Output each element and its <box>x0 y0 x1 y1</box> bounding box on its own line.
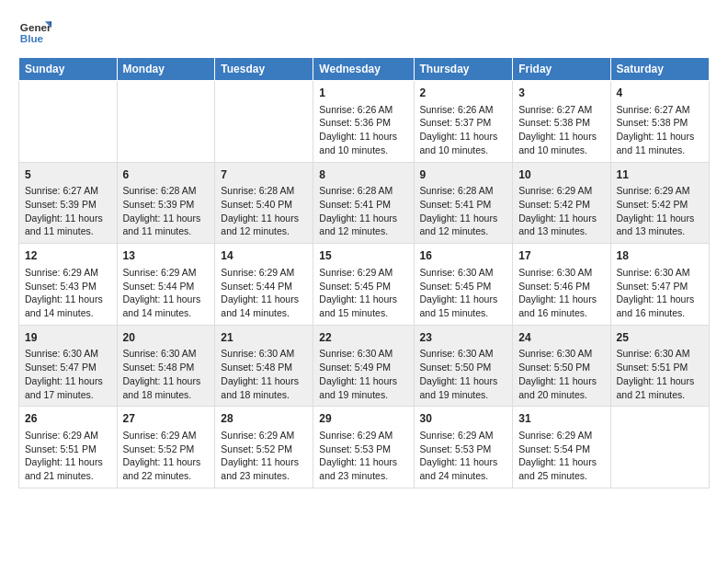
calendar-cell: 19Sunrise: 6:30 AMSunset: 5:47 PMDayligh… <box>19 325 118 407</box>
calendar-cell: 28Sunrise: 6:29 AMSunset: 5:52 PMDayligh… <box>215 407 313 488</box>
calendar-cell: 18Sunrise: 6:30 AMSunset: 5:47 PMDayligh… <box>610 244 709 326</box>
calendar-cell <box>610 407 709 488</box>
sunrise-text: Sunrise: 6:29 AM <box>123 430 197 441</box>
sunrise-text: Sunrise: 6:30 AM <box>25 348 98 359</box>
calendar-week-row: 5Sunrise: 6:27 AMSunset: 5:39 PMDaylight… <box>19 162 710 244</box>
daylight-text: Daylight: 11 hours and 12 minutes. <box>221 213 299 237</box>
calendar-cell: 17Sunrise: 6:30 AMSunset: 5:46 PMDayligh… <box>513 244 610 326</box>
sunset-text: Sunset: 5:48 PM <box>123 362 195 373</box>
daylight-text: Daylight: 11 hours and 10 minutes. <box>518 131 597 155</box>
sunset-text: Sunset: 5:47 PM <box>25 362 97 373</box>
daylight-text: Daylight: 11 hours and 11 minutes. <box>25 213 103 237</box>
weekday-header-friday: Friday <box>513 58 610 81</box>
daylight-text: Daylight: 11 hours and 12 minutes. <box>420 213 498 237</box>
daylight-text: Daylight: 11 hours and 11 minutes. <box>123 213 201 237</box>
daylight-text: Daylight: 11 hours and 15 minutes. <box>420 293 498 318</box>
day-number: 2 <box>420 86 507 101</box>
day-number: 9 <box>420 167 507 183</box>
daylight-text: Daylight: 11 hours and 14 minutes. <box>123 293 201 318</box>
day-number: 5 <box>25 167 111 183</box>
sunset-text: Sunset: 5:44 PM <box>221 281 292 292</box>
calendar-cell: 11Sunrise: 6:29 AMSunset: 5:42 PMDayligh… <box>610 162 709 244</box>
calendar-cell: 1Sunrise: 6:26 AMSunset: 5:36 PMDaylight… <box>313 81 414 163</box>
calendar-cell <box>19 81 118 163</box>
calendar-cell: 9Sunrise: 6:28 AMSunset: 5:41 PMDaylight… <box>414 162 513 244</box>
daylight-text: Daylight: 11 hours and 21 minutes. <box>617 375 695 400</box>
sunset-text: Sunset: 5:36 PM <box>319 117 391 128</box>
day-number: 20 <box>123 330 210 346</box>
sunrise-text: Sunrise: 6:29 AM <box>221 267 294 278</box>
sunset-text: Sunset: 5:53 PM <box>319 443 391 454</box>
calendar-cell: 30Sunrise: 6:29 AMSunset: 5:53 PMDayligh… <box>414 407 513 488</box>
day-number: 6 <box>123 167 210 183</box>
calendar-cell: 5Sunrise: 6:27 AMSunset: 5:39 PMDaylight… <box>19 162 118 244</box>
sunrise-text: Sunrise: 6:26 AM <box>319 104 392 115</box>
sunrise-text: Sunrise: 6:28 AM <box>319 185 392 196</box>
daylight-text: Daylight: 11 hours and 14 minutes. <box>25 293 103 318</box>
calendar-cell: 24Sunrise: 6:30 AMSunset: 5:50 PMDayligh… <box>513 325 610 407</box>
sunset-text: Sunset: 5:47 PM <box>617 281 688 292</box>
calendar-cell <box>215 81 313 163</box>
sunrise-text: Sunrise: 6:28 AM <box>420 185 494 196</box>
sunset-text: Sunset: 5:41 PM <box>319 199 391 210</box>
day-number: 11 <box>617 167 703 183</box>
daylight-text: Daylight: 11 hours and 15 minutes. <box>319 293 397 318</box>
day-number: 7 <box>221 167 307 183</box>
sunset-text: Sunset: 5:52 PM <box>123 443 195 454</box>
day-number: 14 <box>221 248 307 264</box>
calendar-body: 1Sunrise: 6:26 AMSunset: 5:36 PMDaylight… <box>19 81 710 488</box>
sunrise-text: Sunrise: 6:27 AM <box>25 185 98 196</box>
calendar-cell: 31Sunrise: 6:29 AMSunset: 5:54 PMDayligh… <box>513 407 610 488</box>
sunrise-text: Sunrise: 6:30 AM <box>518 267 592 278</box>
weekday-header-tuesday: Tuesday <box>215 58 313 81</box>
daylight-text: Daylight: 11 hours and 24 minutes. <box>420 456 498 481</box>
calendar-cell: 12Sunrise: 6:29 AMSunset: 5:43 PMDayligh… <box>19 244 118 326</box>
day-number: 25 <box>617 330 703 346</box>
day-number: 27 <box>123 411 210 427</box>
sunset-text: Sunset: 5:52 PM <box>221 443 292 454</box>
day-number: 10 <box>518 167 604 183</box>
calendar-cell: 25Sunrise: 6:30 AMSunset: 5:51 PMDayligh… <box>610 325 709 407</box>
day-number: 4 <box>617 86 703 101</box>
sunrise-text: Sunrise: 6:28 AM <box>221 185 294 196</box>
calendar-header: SundayMondayTuesdayWednesdayThursdayFrid… <box>19 58 710 81</box>
page: General Blue SundayMondayTuesdayWednesda… <box>0 0 728 563</box>
sunset-text: Sunset: 5:42 PM <box>617 199 688 210</box>
sunset-text: Sunset: 5:48 PM <box>221 362 292 373</box>
calendar-cell: 21Sunrise: 6:30 AMSunset: 5:48 PMDayligh… <box>215 325 313 407</box>
daylight-text: Daylight: 11 hours and 10 minutes. <box>420 131 498 155</box>
sunrise-text: Sunrise: 6:30 AM <box>420 267 494 278</box>
calendar-cell: 3Sunrise: 6:27 AMSunset: 5:38 PMDaylight… <box>513 81 610 163</box>
daylight-text: Daylight: 11 hours and 16 minutes. <box>518 293 597 318</box>
sunset-text: Sunset: 5:50 PM <box>518 362 590 373</box>
day-number: 19 <box>25 330 111 346</box>
sunrise-text: Sunrise: 6:29 AM <box>319 430 392 441</box>
daylight-text: Daylight: 11 hours and 22 minutes. <box>123 456 201 481</box>
sunset-text: Sunset: 5:43 PM <box>25 281 97 292</box>
daylight-text: Daylight: 11 hours and 25 minutes. <box>518 456 597 481</box>
calendar-cell: 10Sunrise: 6:29 AMSunset: 5:42 PMDayligh… <box>513 162 610 244</box>
calendar-table: SundayMondayTuesdayWednesdayThursdayFrid… <box>18 57 710 488</box>
day-number: 13 <box>123 248 210 264</box>
calendar-cell: 6Sunrise: 6:28 AMSunset: 5:39 PMDaylight… <box>117 162 215 244</box>
sunset-text: Sunset: 5:41 PM <box>420 199 492 210</box>
calendar-week-row: 26Sunrise: 6:29 AMSunset: 5:51 PMDayligh… <box>19 407 710 488</box>
sunset-text: Sunset: 5:42 PM <box>518 199 590 210</box>
sunset-text: Sunset: 5:39 PM <box>123 199 195 210</box>
day-number: 1 <box>319 86 407 101</box>
daylight-text: Daylight: 11 hours and 18 minutes. <box>123 375 201 400</box>
sunset-text: Sunset: 5:38 PM <box>617 117 688 128</box>
calendar-cell: 16Sunrise: 6:30 AMSunset: 5:45 PMDayligh… <box>414 244 513 326</box>
weekday-header-monday: Monday <box>117 58 215 81</box>
calendar-cell: 13Sunrise: 6:29 AMSunset: 5:44 PMDayligh… <box>117 244 215 326</box>
daylight-text: Daylight: 11 hours and 19 minutes. <box>319 375 397 400</box>
calendar-week-row: 12Sunrise: 6:29 AMSunset: 5:43 PMDayligh… <box>19 244 710 326</box>
sunrise-text: Sunrise: 6:30 AM <box>518 348 592 359</box>
calendar-cell: 26Sunrise: 6:29 AMSunset: 5:51 PMDayligh… <box>19 407 118 488</box>
daylight-text: Daylight: 11 hours and 13 minutes. <box>617 213 695 237</box>
day-number: 28 <box>221 411 307 427</box>
weekday-header-row: SundayMondayTuesdayWednesdayThursdayFrid… <box>19 58 710 81</box>
sunrise-text: Sunrise: 6:29 AM <box>420 430 494 441</box>
sunrise-text: Sunrise: 6:29 AM <box>518 430 592 441</box>
daylight-text: Daylight: 11 hours and 19 minutes. <box>420 375 498 400</box>
